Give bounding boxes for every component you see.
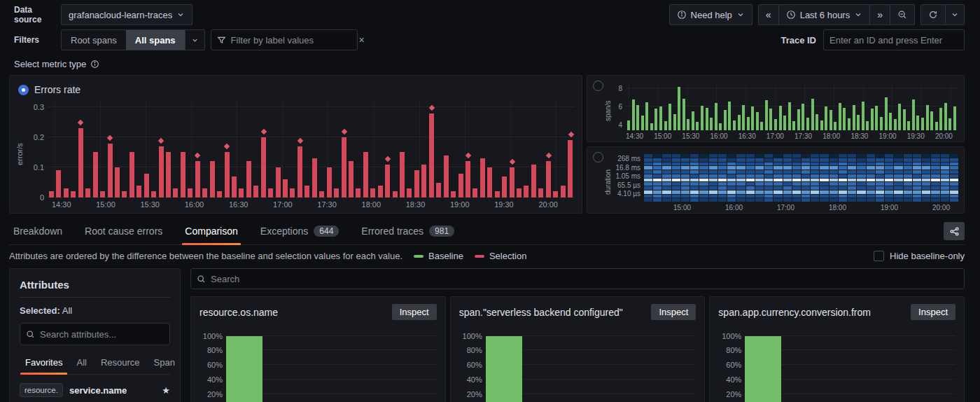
heatmap-cell xyxy=(662,182,671,186)
attribute-item-service-name[interactable]: resource. service.name ★ xyxy=(20,383,170,397)
heatmap-cell xyxy=(746,198,755,202)
heatmap-cell xyxy=(885,154,893,158)
heatmap-cell xyxy=(699,162,708,166)
scope-option-all-spans[interactable]: All spans xyxy=(126,30,185,50)
bar xyxy=(715,103,718,130)
panel-search-input[interactable] xyxy=(211,274,958,284)
time-range-forward-button[interactable]: » xyxy=(869,4,890,25)
heatmap-cell xyxy=(653,174,662,178)
x-axis: 15:0016:0017:0018:0019:0020:00 xyxy=(644,202,958,212)
tab-errored-traces[interactable]: Errored traces981 xyxy=(357,219,458,244)
errors-rate-panel[interactable]: Errors rate error/s 0.30.20.10 14:3015:0… xyxy=(9,75,582,214)
inspect-button[interactable]: Inspect xyxy=(651,304,696,320)
attr-tab-favorites[interactable]: Favorites xyxy=(20,353,68,374)
comparison-panel-currency-conversion-from: span.app.currency.conversion.from Inspec… xyxy=(709,296,965,402)
need-help-button[interactable]: Need help xyxy=(669,4,752,25)
trace-id-input[interactable] xyxy=(830,35,958,46)
heatmap-cell xyxy=(774,154,782,158)
y-tick-label: 0 xyxy=(40,193,44,202)
scope-option-root-spans[interactable]: Root spans xyxy=(62,30,126,50)
heatmap-cell xyxy=(718,198,727,202)
heatmap-cell xyxy=(736,195,745,198)
label-filter-input[interactable] xyxy=(231,35,354,46)
heatmap-row xyxy=(644,179,958,182)
bar xyxy=(568,140,573,197)
heatmap-cell xyxy=(709,154,718,158)
scope-dropdown-button[interactable] xyxy=(185,30,204,50)
heatmap-cell xyxy=(894,179,902,182)
rate-radio[interactable] xyxy=(593,81,603,91)
search-icon xyxy=(197,275,206,284)
heatmap-cell xyxy=(904,198,912,202)
bar xyxy=(742,105,745,130)
rate-panel[interactable]: span/s 864 14:3015:0015:3016:0016:3017:0… xyxy=(587,75,965,142)
attr-tab-span[interactable]: Span xyxy=(148,353,181,374)
bar xyxy=(225,152,230,197)
heatmap-cell xyxy=(774,170,782,174)
bar xyxy=(788,102,791,130)
refresh-button[interactable] xyxy=(920,4,946,25)
bar xyxy=(696,122,699,130)
y-axis: 864 xyxy=(612,81,626,130)
tab-root-cause-errors[interactable]: Root cause errors xyxy=(80,219,167,244)
heatmap-cell xyxy=(764,174,773,178)
time-range-zoom-out-button[interactable] xyxy=(890,4,915,25)
heatmap-cell xyxy=(848,179,856,182)
heatmap-cell xyxy=(662,195,671,198)
legend-baseline: Baseline xyxy=(414,251,463,261)
bar xyxy=(701,106,704,130)
bar xyxy=(944,103,947,130)
duration-panel[interactable]: duration 268 ms16.8 ms1.05 ms65.5 µs4.10… xyxy=(587,146,965,214)
clear-filter-icon[interactable]: × xyxy=(359,34,365,46)
tab-comparison[interactable]: Comparison xyxy=(181,219,241,244)
errors-rate-chart: error/s 0.30.20.10 14:3015:0015:3016:001… xyxy=(15,98,575,210)
info-circle-icon[interactable] xyxy=(90,60,99,69)
heatmap-cell xyxy=(755,190,764,194)
time-range-picker[interactable]: Last 6 hours xyxy=(778,4,871,25)
hide-baseline-only-checkbox[interactable] xyxy=(874,251,884,261)
heatmap-cell xyxy=(941,195,949,198)
heatmap-cell xyxy=(876,195,884,198)
heatmap-cell xyxy=(857,186,865,190)
star-icon[interactable]: ★ xyxy=(162,385,170,396)
attributes-panel: Attributes Selected: All Favorites All R… xyxy=(9,268,181,402)
tab-breakdown[interactable]: Breakdown xyxy=(9,219,66,244)
filter-funnel-icon xyxy=(217,36,226,45)
share-button[interactable] xyxy=(944,222,965,240)
data-source-picker[interactable]: grafanacloud-learn-traces xyxy=(61,4,192,25)
inspect-button[interactable]: Inspect xyxy=(911,304,955,320)
span-scope-toggle: Root spans All spans xyxy=(61,29,205,50)
bar xyxy=(290,188,295,197)
attr-tab-resource[interactable]: Resource xyxy=(95,353,146,374)
heatmap-cell xyxy=(894,166,902,169)
panel-title: span.app.currency.conversion.from xyxy=(718,307,871,318)
bar xyxy=(650,123,653,130)
bar xyxy=(724,110,727,130)
heatmap-cell xyxy=(718,190,727,194)
heatmap-cell xyxy=(941,166,949,169)
x-tick-label: 20:00 xyxy=(538,200,558,210)
errors-rate-radio[interactable] xyxy=(18,85,29,95)
heatmap-cell xyxy=(811,162,819,166)
heatmap-cell xyxy=(746,162,755,166)
heatmap-cell xyxy=(857,162,865,166)
heatmap-cell xyxy=(783,166,792,169)
time-range-back-button[interactable]: « xyxy=(758,4,779,25)
tab-exceptions[interactable]: Exceptions644 xyxy=(256,219,344,244)
bar xyxy=(531,165,536,197)
heatmap-cell xyxy=(727,174,736,178)
duration-radio[interactable] xyxy=(593,152,603,162)
heatmap-cell xyxy=(792,195,801,198)
attributes-search-input[interactable] xyxy=(40,329,164,340)
attr-tab-all[interactable]: All xyxy=(71,353,92,374)
heatmap-cell xyxy=(950,186,958,190)
inspect-button[interactable]: Inspect xyxy=(392,304,437,320)
comparison-info-text: Attributes are ordered by the difference… xyxy=(9,251,402,261)
heatmap-cell xyxy=(699,186,708,190)
x-tick-label: 16:30 xyxy=(229,200,248,210)
heatmap-cell xyxy=(774,162,782,166)
heatmap-cell xyxy=(885,186,893,190)
heatmap-cell xyxy=(830,162,838,166)
refresh-interval-dropdown[interactable] xyxy=(945,4,965,25)
bar xyxy=(921,118,924,130)
